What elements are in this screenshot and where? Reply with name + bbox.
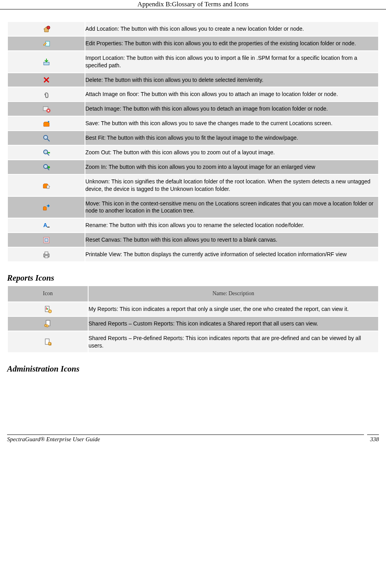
- svg-point-7: [44, 165, 48, 168]
- header-rule: [0, 9, 386, 9]
- page-header-title: Appendix B:Glossary of Terms and Icons: [0, 0, 386, 9]
- icon-description: Attach Image on floor: The button with t…: [85, 87, 379, 102]
- detach-image-icon: [42, 105, 50, 113]
- icon-description: My Reports: This icon indicates a report…: [88, 302, 379, 316]
- table-row: Save: The button with this icon allows y…: [7, 116, 379, 131]
- icon-description: Move: This icon in the context-sensitive…: [85, 196, 379, 218]
- reset-canvas-icon: [42, 236, 50, 244]
- shared-reports-predef-icon: [44, 338, 52, 346]
- icon-description: Zoom Out: The button with this icon allo…: [85, 145, 379, 160]
- save-icon: [42, 120, 50, 128]
- edit-properties-icon: [42, 39, 50, 47]
- best-fit-icon: [42, 134, 50, 142]
- shared-reports-custom-icon: [44, 320, 52, 327]
- table-row: Zoom In: The button with this icon allow…: [7, 160, 379, 174]
- table-row: Best Fit: The button with this icon allo…: [7, 131, 379, 145]
- table-header-row: Icon Name: Description: [7, 286, 379, 302]
- administration-icons-heading: Administration Icons: [7, 364, 379, 374]
- icon-description: Detach Image: The button with this icon …: [85, 102, 379, 116]
- table-row: Reset Canvas: The button with this icon …: [7, 233, 379, 247]
- table-row: Move: This icon in the context-sensitive…: [7, 196, 379, 218]
- table-row: Unknown: This icon signifies the default…: [7, 174, 379, 196]
- svg-rect-2: [44, 62, 49, 65]
- zoom-in-icon: [42, 163, 50, 171]
- icon-description: Add Location: The button with this icon …: [85, 22, 379, 36]
- table-row: Detach Image: The button with this icon …: [7, 102, 379, 116]
- my-reports-icon: [44, 305, 52, 313]
- svg-rect-17: [47, 308, 48, 310]
- table-row: Printable View: The button displays the …: [7, 247, 379, 262]
- icon-description: Printable View: The button displays the …: [85, 247, 379, 262]
- printable-view-icon: [42, 251, 50, 259]
- icon-description: Unknown: This icon signifies the default…: [85, 174, 379, 196]
- move-icon: [42, 203, 50, 211]
- svg-point-21: [46, 325, 48, 327]
- icon-description: Zoom In: The button with this icon allow…: [85, 160, 379, 174]
- location-icons-table: Add Location: The button with this icon …: [7, 21, 379, 262]
- icon-description: Delete: The button with this icon allows…: [85, 73, 379, 87]
- svg-text:A: A: [43, 222, 47, 228]
- svg-rect-9: [47, 227, 50, 227]
- svg-rect-13: [45, 252, 48, 254]
- rename-icon: A: [42, 222, 50, 229]
- svg-point-5: [44, 135, 48, 139]
- column-header-description: Name: Description: [88, 286, 379, 302]
- import-location-icon: [42, 58, 50, 66]
- icon-description: Best Fit: The button with this icon allo…: [85, 131, 379, 145]
- attach-image-icon: [42, 91, 50, 98]
- footer-rule: [367, 435, 379, 435]
- icon-description: Edit Properties: The button with this ic…: [85, 36, 379, 51]
- svg-point-0: [47, 26, 50, 29]
- icon-description: Import Location: The button with this ic…: [85, 51, 379, 73]
- unknown-icon: [42, 181, 50, 189]
- icon-description: Shared Reports – Custom Reports: This ic…: [88, 316, 379, 331]
- page-number: 338: [370, 436, 379, 443]
- table-row: Shared Reports – Pre-defined Reports: Th…: [7, 331, 379, 353]
- table-row: Attach Image on floor: The button with t…: [7, 87, 379, 102]
- table-row: Shared Reports – Custom Reports: This ic…: [7, 316, 379, 331]
- svg-rect-11: [45, 239, 48, 242]
- page-footer: SpectraGuard® Enterprise User Guide 338: [7, 433, 379, 443]
- icon-description: Save: The button with this icon allows y…: [85, 116, 379, 131]
- table-row: Add Location: The button with this icon …: [7, 22, 379, 36]
- reports-icons-heading: Reports Icons: [7, 273, 379, 283]
- svg-point-18: [48, 310, 52, 313]
- table-row: Delete: The button with this icon allows…: [7, 73, 379, 87]
- svg-rect-16: [46, 307, 47, 310]
- table-row: Import Location: The button with this ic…: [7, 51, 379, 73]
- footer-title: SpectraGuard® Enterprise User Guide: [7, 436, 100, 443]
- svg-rect-14: [45, 256, 48, 258]
- add-location-icon: [42, 25, 50, 33]
- column-header-icon: Icon: [7, 286, 88, 302]
- icon-description: Reset Canvas: The button with this icon …: [85, 233, 379, 247]
- table-row: My Reports: This icon indicates a report…: [7, 302, 379, 316]
- icon-description: Shared Reports – Pre-defined Reports: Th…: [88, 331, 379, 353]
- reports-icons-table: Icon Name: Description My Reports: This …: [7, 285, 379, 353]
- zoom-out-icon: [42, 149, 50, 157]
- icon-description: Rename: The button with this icon allows…: [85, 218, 379, 233]
- table-row: ARename: The button with this icon allow…: [7, 218, 379, 233]
- delete-icon: [42, 76, 50, 84]
- table-row: Zoom Out: The button with this icon allo…: [7, 145, 379, 160]
- svg-point-6: [44, 150, 48, 154]
- table-row: Edit Properties: The button with this ic…: [7, 36, 379, 51]
- footer-rule: [7, 435, 364, 435]
